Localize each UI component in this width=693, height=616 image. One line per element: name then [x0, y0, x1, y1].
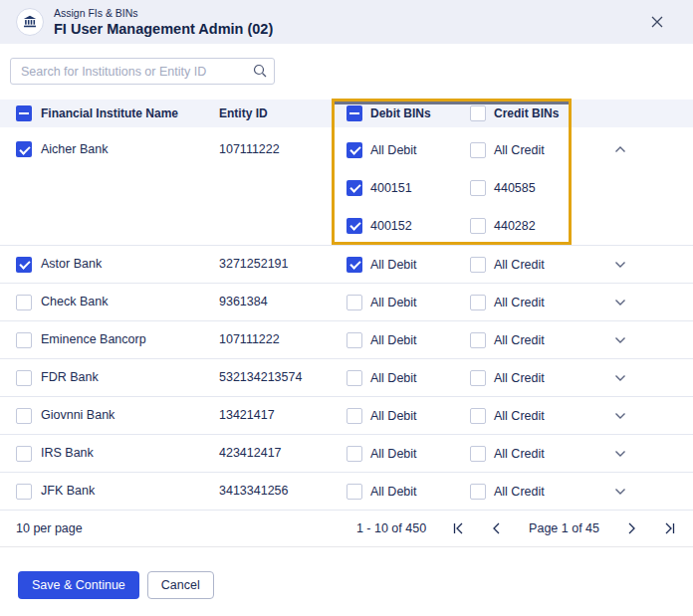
row-select-checkbox[interactable]: [16, 141, 32, 157]
select-all-checkbox[interactable]: [16, 105, 32, 121]
credit-bin-checkbox[interactable]: [470, 218, 486, 234]
expand-row-button[interactable]: [614, 261, 626, 269]
entity-id: 107111222: [219, 331, 346, 348]
credit-bins-cell: All Credit: [470, 407, 614, 424]
cancel-button[interactable]: Cancel: [147, 571, 214, 599]
debit-bin-label: 400152: [370, 219, 412, 233]
credit-bins-cell: All Credit: [470, 369, 614, 386]
debit-bin-checkbox[interactable]: [346, 332, 362, 348]
credit-bins-cell: All Credit: [470, 256, 614, 273]
collapse-row-button[interactable]: [614, 145, 626, 153]
expand-row-button[interactable]: [614, 374, 626, 382]
select-all-credit-checkbox[interactable]: [470, 105, 486, 121]
table-row: FDR Bank 532134213574 All Debit All Cred…: [0, 359, 693, 397]
save-continue-button[interactable]: Save & Continue: [18, 571, 139, 599]
select-all-debit-checkbox[interactable]: [346, 105, 362, 121]
credit-bin-checkbox[interactable]: [470, 370, 486, 386]
chevron-right-icon: [624, 521, 638, 535]
debit-bin-label: All Debit: [370, 258, 417, 272]
debit-bin-label: All Debit: [370, 485, 417, 499]
close-button[interactable]: [647, 12, 667, 32]
column-header-entity-id: Entity ID: [219, 105, 346, 122]
last-page-icon: [663, 521, 677, 535]
last-page-button[interactable]: [663, 521, 677, 535]
institute-name: IRS Bank: [41, 445, 219, 462]
debit-bin-checkbox[interactable]: [346, 142, 362, 158]
chevron-down-icon: [614, 336, 626, 344]
search-input[interactable]: [10, 58, 275, 85]
credit-bin-checkbox[interactable]: [470, 180, 486, 196]
entity-id: 3271252191: [219, 256, 346, 273]
row-select-checkbox[interactable]: [16, 332, 32, 348]
debit-bins-cell: All Debit: [346, 256, 470, 273]
institute-name: FDR Bank: [41, 369, 219, 386]
credit-bins-cell: All Credit 440585 440282: [470, 141, 614, 234]
credit-bin-label: All Credit: [494, 143, 545, 157]
table-row: Giovnni Bank 13421417 All Debit All Cred…: [0, 397, 693, 435]
first-page-button[interactable]: [451, 521, 465, 535]
debit-bin-checkbox[interactable]: [346, 484, 362, 500]
per-page-select[interactable]: 10 per page: [16, 521, 83, 535]
credit-bin-checkbox[interactable]: [470, 446, 486, 462]
institute-name: Check Bank: [41, 294, 219, 310]
credit-bin-checkbox[interactable]: [470, 408, 486, 424]
column-header-name: Financial Institute Name: [41, 105, 219, 122]
debit-bin-checkbox[interactable]: [346, 446, 362, 462]
modal-header: Assign FIs & BINs FI User Management Adm…: [0, 0, 693, 44]
credit-bin-checkbox[interactable]: [470, 484, 486, 500]
debit-bin-checkbox[interactable]: [346, 257, 362, 273]
next-page-button[interactable]: [624, 521, 638, 535]
debit-bin-label: 400151: [370, 181, 412, 195]
modal-eyebrow: Assign FIs & BINs: [54, 7, 273, 19]
chevron-down-icon: [614, 299, 626, 307]
row-select-checkbox[interactable]: [16, 446, 32, 462]
credit-bin-checkbox[interactable]: [470, 257, 486, 273]
row-select-checkbox[interactable]: [16, 257, 32, 273]
debit-bins-cell: All Debit: [346, 294, 470, 310]
expand-row-button[interactable]: [614, 299, 626, 307]
debit-bin-checkbox[interactable]: [346, 295, 362, 310]
table-row: IRS Bank 423412417 All Debit All Credit: [0, 435, 693, 473]
table-row: Astor Bank 3271252191 All Debit All Cred…: [0, 246, 693, 284]
pagination-range: 1 - 10 of 450: [356, 521, 426, 535]
credit-bin-checkbox[interactable]: [470, 332, 486, 348]
credit-bins-cell: All Credit: [470, 294, 614, 310]
close-x-icon: [651, 16, 663, 28]
entity-id: 9361384: [219, 294, 346, 310]
expand-row-button[interactable]: [614, 412, 626, 420]
debit-bins-cell: All Debit: [346, 369, 470, 386]
entity-id: 107111222: [219, 141, 346, 158]
modal-titles: Assign FIs & BINs FI User Management Adm…: [54, 7, 273, 37]
debit-bin-checkbox[interactable]: [346, 180, 362, 196]
search-magnifier-icon[interactable]: [253, 64, 267, 82]
chevron-down-icon: [614, 412, 626, 420]
row-select-checkbox[interactable]: [16, 295, 32, 310]
debit-bins-cell: All Debit: [346, 331, 470, 348]
expand-row-button[interactable]: [614, 450, 626, 458]
credit-bins-cell: All Credit: [470, 445, 614, 462]
debit-bin-checkbox[interactable]: [346, 408, 362, 424]
search-section: [0, 44, 693, 100]
row-select-checkbox[interactable]: [16, 408, 32, 424]
credit-bin-checkbox[interactable]: [470, 142, 486, 158]
credit-bin-label: All Credit: [494, 485, 545, 499]
credit-bin-label: All Credit: [494, 409, 545, 423]
pagination-bar: 10 per page 1 - 10 of 450 Page 1 of 45: [0, 511, 693, 546]
previous-page-button[interactable]: [490, 521, 504, 535]
expand-row-button[interactable]: [614, 336, 626, 344]
institute-name: Giovnni Bank: [41, 407, 219, 424]
row-select-checkbox[interactable]: [16, 370, 32, 386]
column-header-credit-bins: Credit BINs: [494, 106, 559, 120]
credit-bin-label: 440585: [494, 181, 536, 195]
chevron-down-icon: [614, 488, 626, 496]
row-select-checkbox[interactable]: [16, 484, 32, 500]
page-title: FI User Management Admin (02): [54, 21, 273, 37]
credit-bin-checkbox[interactable]: [470, 295, 486, 310]
chevron-left-icon: [490, 521, 504, 535]
credit-bin-label: All Credit: [494, 333, 545, 347]
entity-id: 13421417: [219, 407, 346, 424]
debit-bin-checkbox[interactable]: [346, 218, 362, 234]
institute-name: Astor Bank: [41, 256, 219, 273]
debit-bin-checkbox[interactable]: [346, 370, 362, 386]
expand-row-button[interactable]: [614, 488, 626, 496]
